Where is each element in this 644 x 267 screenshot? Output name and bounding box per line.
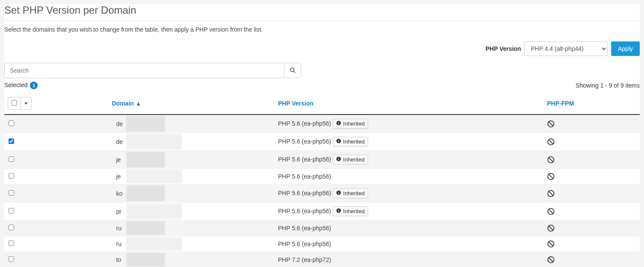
disabled-icon: [547, 240, 636, 248]
info-icon: i: [336, 208, 341, 214]
row-checkbox[interactable]: [9, 241, 14, 246]
php-version-cell: PHP 5.6 (ea-php56): [275, 220, 544, 236]
search-input[interactable]: [4, 63, 284, 78]
row-checkbox[interactable]: [9, 208, 14, 214]
table-row: ruPHP 5.6 (ea-php56): [4, 236, 640, 252]
php-version-cell: PHP 5.6 (ea-php56): [275, 236, 544, 252]
redacted-region: [126, 221, 165, 235]
svg-line-23: [549, 209, 553, 214]
showing-prefix: Showing: [576, 82, 600, 89]
disabled-icon: [547, 138, 636, 146]
svg-line-1: [294, 71, 296, 73]
php-fpm-cell: [544, 169, 640, 185]
domain-cell: ru: [35, 220, 275, 236]
redacted-region: [126, 116, 165, 132]
row-checkbox[interactable]: [9, 120, 14, 126]
redacted-region: [126, 152, 165, 167]
info-icon: i: [336, 120, 341, 127]
disabled-icon: [547, 173, 636, 180]
php-fpm-cell: [544, 151, 640, 169]
inherited-badge: iInherited: [333, 155, 368, 164]
info-icon: i: [336, 138, 341, 145]
php-fpm-cell: [544, 202, 640, 220]
table-row: prPHP 5.6 (ea-php56)iInherited: [4, 202, 640, 220]
disabled-icon: [547, 256, 636, 264]
domain-cell: pr: [35, 202, 275, 220]
redacted-region: [126, 203, 182, 219]
page-title: Set PHP Version per Domain: [4, 4, 640, 21]
redacted-region: [126, 237, 182, 251]
php-version-cell: PHP 5.6 (ea-php56)iInherited: [275, 202, 544, 220]
table-row: dePHP 5.6 (ea-php56)iInherited: [4, 133, 640, 151]
php-fpm-cell: [544, 236, 640, 252]
selected-count-badge: 1: [30, 82, 38, 89]
table-row: koPHP 5.6 (ea-php56)iInherited: [4, 185, 640, 202]
showing-range: 1 - 9 of 9 items: [600, 82, 640, 89]
php-fpm-cell: [544, 133, 640, 151]
php-fpm-cell: [544, 185, 640, 202]
chevron-down-icon: [24, 103, 28, 105]
php-version-cell: PHP 5.6 (ea-php56)iInherited: [275, 114, 544, 133]
disabled-icon: [547, 208, 636, 215]
disabled-icon: [547, 190, 636, 197]
domain-cell: de: [35, 133, 275, 151]
disabled-icon: [547, 120, 636, 128]
svg-line-13: [549, 158, 553, 162]
php-fpm-cell: [544, 220, 640, 236]
page-description: Select the domains that you wish to chan…: [4, 26, 640, 33]
apply-button[interactable]: Apply: [611, 41, 640, 56]
column-header-domain[interactable]: Domain ▲: [35, 93, 275, 114]
row-checkbox[interactable]: [9, 173, 14, 179]
row-checkbox[interactable]: [9, 256, 14, 262]
column-header-fpm[interactable]: PHP-FPM: [544, 93, 640, 114]
domain-cell: to: [35, 252, 275, 267]
svg-line-5: [549, 122, 553, 126]
svg-line-19: [549, 191, 553, 196]
svg-line-25: [549, 226, 553, 230]
domain-cell: je: [35, 151, 275, 169]
domain-cell: je: [35, 169, 275, 185]
info-icon: i: [336, 190, 341, 197]
inherited-badge: iInherited: [333, 137, 368, 147]
table-row: jePHP 5.6 (ea-php56)iInherited: [4, 151, 640, 169]
php-fpm-cell: [544, 114, 640, 133]
disabled-icon: [547, 224, 636, 232]
select-all-checkbox[interactable]: [12, 100, 17, 106]
php-version-cell: PHP 5.6 (ea-php56)iInherited: [275, 133, 544, 151]
php-version-cell: PHP 7.2 (ea-php72): [275, 252, 544, 267]
domain-cell: de: [35, 114, 275, 133]
svg-line-9: [549, 140, 553, 144]
row-checkbox[interactable]: [9, 138, 14, 144]
table-row: ruPHP 5.6 (ea-php56): [4, 220, 640, 236]
select-menu-toggle[interactable]: [21, 97, 31, 109]
column-header-php[interactable]: PHP Version: [275, 93, 544, 114]
php-fpm-cell: [544, 252, 640, 267]
disabled-icon: [547, 156, 636, 164]
svg-line-27: [549, 242, 553, 246]
search-button[interactable]: [284, 63, 301, 78]
php-version-label: PHP Version: [486, 45, 521, 52]
inherited-badge: iInherited: [333, 206, 368, 216]
redacted-region: [126, 253, 165, 267]
php-version-cell: PHP 5.6 (ea-php56)iInherited: [275, 151, 544, 169]
domain-cell: ko: [35, 185, 275, 202]
table-row: toPHP 7.2 (ea-php72): [4, 252, 640, 267]
php-version-cell: PHP 5.6 (ea-php56): [275, 169, 544, 185]
row-checkbox[interactable]: [9, 190, 14, 196]
redacted-region: [126, 185, 165, 201]
inherited-badge: iInherited: [333, 119, 368, 129]
svg-line-15: [549, 174, 553, 179]
inherited-badge: iInherited: [333, 188, 368, 198]
row-checkbox[interactable]: [9, 225, 14, 230]
info-icon: i: [336, 156, 341, 163]
svg-line-29: [549, 258, 553, 262]
svg-point-0: [290, 67, 294, 71]
selected-label: Selected: [4, 82, 27, 88]
table-row: dePHP 5.6 (ea-php56)iInherited: [4, 114, 640, 133]
php-version-cell: PHP 5.6 (ea-php56)iInherited: [275, 185, 544, 202]
row-checkbox[interactable]: [9, 156, 14, 162]
redacted-region: [126, 170, 182, 183]
php-version-select[interactable]: PHP 4.4 (alt-php44): [524, 41, 608, 56]
search-icon: [290, 67, 296, 74]
domain-cell: ru: [35, 236, 275, 252]
